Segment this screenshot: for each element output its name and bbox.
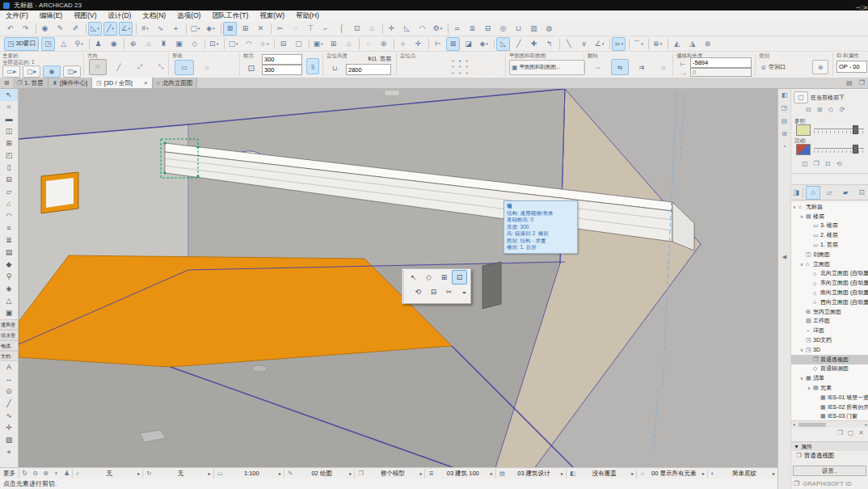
anchor-cell[interactable]: · bbox=[482, 64, 490, 70]
multiply-icon[interactable]: ⊟ bbox=[426, 285, 441, 299]
graphisoft-id[interactable]: ❐ GRAPHISOFT ID bbox=[791, 478, 868, 489]
tree-item[interactable]: ⌂西向立面图 (自动重建) bbox=[791, 297, 868, 307]
selection-handle[interactable] bbox=[196, 175, 199, 177]
anchor-cell[interactable]: + bbox=[457, 70, 464, 76]
menu-O[interactable]: 选项(O) bbox=[171, 11, 206, 21]
trace-compare-icon[interactable]: ❐ bbox=[811, 158, 822, 169]
palette-grid-icon[interactable]: ⊞ bbox=[778, 128, 790, 141]
expand-icon[interactable]: ∨ bbox=[800, 348, 806, 352]
reference-color-swatch[interactable] bbox=[796, 124, 811, 136]
arrow-mode-icon[interactable]: ▢▾ bbox=[188, 22, 202, 36]
camera-tool[interactable]: ⌖ bbox=[0, 446, 18, 458]
slab-tool[interactable]: ▱ bbox=[0, 186, 18, 198]
options-icon[interactable]: ⚙▾ bbox=[431, 22, 445, 36]
tree-item[interactable]: ⌂东向立面图 (自动重建) bbox=[791, 278, 868, 288]
circle-tool[interactable]: ⊙ bbox=[0, 386, 18, 398]
drag-node-icon[interactable]: ↖ bbox=[406, 270, 421, 285]
pet-palette-grip[interactable] bbox=[403, 271, 404, 301]
menu-F[interactable]: 文件(F) bbox=[0, 11, 34, 21]
model-view-options-selector[interactable]: ▤03 建筑设计▸ bbox=[495, 469, 566, 478]
stair-tool[interactable]: ≡ bbox=[0, 222, 18, 234]
tree-item[interactable]: ◳3D文档 bbox=[791, 335, 868, 345]
flip-horizontal-icon[interactable]: ⇔ bbox=[589, 59, 607, 75]
anchor-cell[interactable]: · bbox=[482, 70, 490, 76]
3d-viewport[interactable]: 墙结构: 通用砌墙/壳体基础标高: 0厚度: 300高: 链接到 2. 楼层图层… bbox=[19, 89, 777, 467]
scale-selector[interactable]: ▭1:100▸ bbox=[213, 469, 284, 478]
plan-display-combo[interactable]: ▣ 平面图和剖面图... bbox=[509, 60, 585, 75]
anchor-cell[interactable]: · bbox=[475, 70, 482, 76]
tree-item[interactable]: ∨⌂无标题 bbox=[791, 202, 868, 212]
direction-vertical-icon[interactable]: ⤢ bbox=[131, 59, 149, 75]
column-tool[interactable]: ▯ bbox=[0, 162, 18, 174]
camera-icon[interactable]: ▣ bbox=[172, 37, 186, 51]
category-settings-button[interactable]: ⊕ bbox=[812, 60, 828, 74]
lock-icon[interactable]: ◈▾ bbox=[204, 22, 217, 36]
orientation-selector[interactable]: ↻无▸ bbox=[142, 469, 213, 478]
pen2-icon[interactable]: ◮ bbox=[685, 37, 699, 51]
anchor-cell[interactable]: · bbox=[489, 58, 496, 64]
gravity3d-icon[interactable]: ◈▾ bbox=[477, 37, 491, 51]
marquee-3d-icon[interactable]: ▢▾ bbox=[226, 37, 240, 51]
trace-splitter-icon[interactable]: ◫ bbox=[799, 158, 811, 169]
active-color-swatch[interactable] bbox=[796, 144, 811, 155]
tree-item[interactable]: ❐普通透视图 bbox=[791, 355, 868, 365]
trace-move-icon[interactable]: ⊡ bbox=[822, 158, 833, 169]
tree-item[interactable]: ∨◳3D bbox=[791, 345, 868, 355]
tree-item[interactable]: ▭2. 楼层 bbox=[791, 230, 868, 240]
curtain-wall-tool[interactable]: ▤ bbox=[0, 247, 18, 259]
expand-icon[interactable]: ∨ bbox=[800, 376, 806, 381]
id-input[interactable] bbox=[836, 61, 867, 73]
expand-icon[interactable]: ∨ bbox=[793, 204, 798, 209]
cutplane-icon[interactable]: ⊟ bbox=[276, 37, 290, 51]
walk-mode-icon[interactable]: ♟ bbox=[61, 470, 72, 478]
tab-3d-view[interactable]: ◳[3D / 全部]✕ bbox=[92, 78, 153, 88]
collapse-dock-icon[interactable]: ◀ bbox=[778, 251, 790, 263]
spline-tool[interactable]: ∿ bbox=[0, 410, 18, 422]
floor-round-hole[interactable] bbox=[252, 365, 267, 372]
back-icon[interactable]: ↰ bbox=[542, 37, 556, 51]
anchor-cell[interactable]: · bbox=[489, 64, 496, 70]
new-viewpoint-icon[interactable]: ▢ bbox=[845, 429, 856, 436]
shadow-icon[interactable]: ◠ bbox=[242, 37, 255, 51]
angle-icon[interactable]: ∨ bbox=[577, 37, 591, 51]
projection-icon[interactable]: ⚲▾ bbox=[72, 37, 86, 51]
tree-item[interactable]: ▦IES-03 门窗 bbox=[791, 412, 868, 420]
story-icon[interactable]: ⊟ bbox=[481, 22, 495, 36]
length-input[interactable] bbox=[690, 68, 752, 77]
new-folder-icon[interactable]: ❐ bbox=[835, 429, 845, 436]
layer-combination-selector[interactable]: ≣03 建筑 100▸ bbox=[424, 469, 495, 478]
anchor-cell[interactable]: · bbox=[482, 58, 490, 64]
cutaway-icon[interactable]: ▢ bbox=[292, 37, 305, 51]
figure-tool[interactable]: ▧ bbox=[0, 434, 18, 446]
snap-guides-icon[interactable]: ╱▾ bbox=[103, 22, 117, 36]
cursor-snap-icon[interactable]: ⌖ bbox=[169, 22, 183, 36]
crosshair-icon[interactable]: ✛ bbox=[411, 37, 425, 51]
trace-reset-icon[interactable]: ⟳ bbox=[836, 104, 848, 115]
shell-tool[interactable]: ◠ bbox=[0, 210, 18, 222]
active-opacity-slider[interactable] bbox=[814, 144, 864, 154]
graphic-override-selector[interactable]: ◧没有覆盖▸ bbox=[566, 469, 636, 478]
inject-parameters-icon[interactable]: ✎ bbox=[53, 22, 67, 36]
tree-item[interactable]: ∨▦清单 bbox=[791, 373, 868, 383]
anchor-cell[interactable]: + bbox=[449, 70, 457, 76]
expand-icon[interactable]: ∨ bbox=[800, 262, 806, 267]
measure-icon[interactable]: ◺ bbox=[400, 22, 414, 36]
inject-button[interactable]: ◉ bbox=[43, 65, 61, 78]
orbit-icon[interactable]: ⊕ bbox=[126, 37, 140, 51]
direction-slanted-icon[interactable]: ⤡ bbox=[152, 59, 170, 75]
wall-tool[interactable]: ▬ bbox=[0, 113, 18, 125]
look-icon[interactable]: ◉ bbox=[107, 37, 120, 51]
profile-icon[interactable]: ⊔ bbox=[512, 22, 525, 36]
eraser-icon[interactable]: ◭ bbox=[670, 37, 684, 51]
pan-icon[interactable]: ⌖ bbox=[51, 470, 61, 478]
anchor-cell[interactable]: + bbox=[449, 64, 457, 70]
anchor-cell[interactable]: + bbox=[449, 58, 457, 64]
palette-3d-icon[interactable]: ◳ bbox=[778, 102, 790, 115]
offset-input[interactable] bbox=[690, 57, 752, 68]
trace-rotate-icon[interactable]: ◇ bbox=[825, 104, 836, 115]
pen-set-selector[interactable]: ✎02 绘图▸ bbox=[284, 469, 354, 478]
menu-D[interactable]: 设计(D) bbox=[103, 11, 137, 21]
direction-free-icon[interactable]: ⤫ bbox=[89, 59, 107, 75]
3d-window-button[interactable]: ◳3D窗口 bbox=[4, 37, 39, 51]
3d-box-icon[interactable]: ◳ bbox=[41, 37, 55, 51]
